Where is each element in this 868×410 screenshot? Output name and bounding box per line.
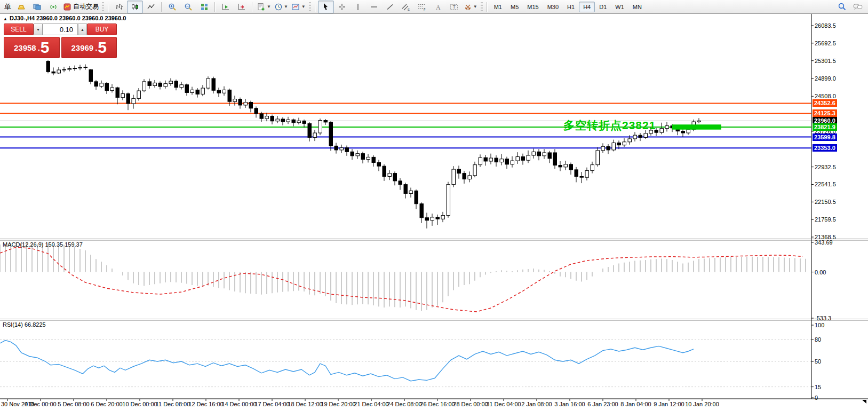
templates-button[interactable]: ▼ xyxy=(290,1,307,13)
trendline-button[interactable] xyxy=(382,1,398,13)
label-icon: T xyxy=(449,3,459,11)
chart-canvas[interactable] xyxy=(0,0,868,410)
volume-increase-button[interactable]: ▲ xyxy=(78,23,87,35)
timeframe-group: M1M5M15M30H1H4D1W1MN xyxy=(490,2,646,12)
horizontal-line-button[interactable] xyxy=(366,1,382,13)
time-tick: 10 Dec 00:00 xyxy=(122,400,157,408)
svg-text:A: A xyxy=(436,3,441,11)
arrows-button[interactable]: ▼ xyxy=(462,1,479,13)
crosshair-button[interactable] xyxy=(334,1,350,13)
timeframe-m30[interactable]: M30 xyxy=(543,2,563,12)
price-tick: 26083.5 xyxy=(815,22,836,29)
vertical-line-button[interactable] xyxy=(350,1,366,13)
buy-button[interactable]: BUY xyxy=(87,23,117,35)
templates-caret: ▼ xyxy=(301,4,306,9)
bar-chart-icon xyxy=(115,3,123,11)
price-level-label: 24125.3 xyxy=(813,109,837,117)
signal-button[interactable] xyxy=(45,1,61,13)
macd-tick: -533.3 xyxy=(815,314,831,322)
time-tick: 6 Dec 20:00 xyxy=(91,400,122,408)
price-tick: 22541.5 xyxy=(815,180,836,188)
time-tick: 14 Dec 00:00 xyxy=(221,400,256,408)
svg-text:E: E xyxy=(408,7,410,11)
macd-tick: 343.69 xyxy=(815,239,833,246)
macd-tick: 0.00 xyxy=(815,269,826,276)
tile-windows-button[interactable] xyxy=(196,1,212,13)
zoom-in-button[interactable] xyxy=(164,1,180,13)
timeframe-h4[interactable]: H4 xyxy=(579,2,595,12)
timeframe-m1[interactable]: M1 xyxy=(490,2,506,12)
buy-price[interactable]: 23969.5 xyxy=(61,37,117,58)
zoom-out-icon xyxy=(184,3,193,11)
timeframe-mn[interactable]: MN xyxy=(628,2,646,12)
channel-button[interactable]: E xyxy=(398,1,414,13)
chat-icon xyxy=(853,3,863,11)
timeframe-m5[interactable]: M5 xyxy=(506,2,523,12)
text-button[interactable]: A xyxy=(430,1,446,13)
price-level-label: 23599.8 xyxy=(813,133,837,141)
svg-text:F: F xyxy=(424,8,426,11)
indicators-button[interactable]: ▼ xyxy=(255,1,273,13)
chart-title: ▲DJ30-,H4 23960.0 23960.0 23960.0 23960.… xyxy=(3,15,126,21)
crosshair-icon xyxy=(338,3,346,11)
time-tick: 8 Jan 04:00 xyxy=(620,400,651,408)
search-button[interactable] xyxy=(834,1,850,13)
signal-icon xyxy=(49,3,58,11)
templates-icon xyxy=(291,3,300,11)
chat-button[interactable] xyxy=(850,1,866,13)
volume-input[interactable] xyxy=(43,23,78,35)
sell-price[interactable]: 23958.5 xyxy=(4,37,60,58)
price-tick: 25692.5 xyxy=(815,40,836,47)
fibonacci-icon: F xyxy=(417,3,427,11)
zoom-in-icon xyxy=(168,3,177,11)
autotrade-label: 自动交易 xyxy=(73,2,99,11)
periods-button[interactable]: ▼ xyxy=(273,1,290,13)
volume-decrease-button[interactable]: ▼ xyxy=(34,23,43,35)
images-button[interactable] xyxy=(29,1,45,13)
time-tick: 18 Dec 12:00 xyxy=(288,400,322,408)
chart-shift-button[interactable] xyxy=(234,1,250,13)
time-tick: 21 Dec 04:00 xyxy=(354,400,388,408)
label-button[interactable]: T xyxy=(446,1,462,13)
time-tick: 26 Dec 16:00 xyxy=(420,400,455,408)
one-click-trading-panel: SELL ▼ ▲ BUY 23958.5 23969.5 xyxy=(4,23,117,58)
auto-scroll-button[interactable] xyxy=(218,1,234,13)
text-icon: A xyxy=(434,3,442,11)
price-tick: 22932.5 xyxy=(815,163,836,171)
line-chart-icon xyxy=(147,3,155,11)
rsi-tick: 0 xyxy=(815,394,818,401)
tile-windows-icon xyxy=(200,3,209,11)
timeframe-m15[interactable]: M15 xyxy=(523,2,543,12)
price-level-label: 23821.9 xyxy=(813,123,837,131)
timeframe-h1[interactable]: H1 xyxy=(563,2,579,12)
price-tick: 21759.5 xyxy=(815,216,836,223)
trendline-icon xyxy=(386,3,394,11)
rsi-tick: 80 xyxy=(815,336,821,343)
sell-button[interactable]: SELL xyxy=(4,23,34,35)
time-tick: 19 Dec 20:00 xyxy=(321,400,355,408)
fibonacci-button[interactable]: F xyxy=(414,1,430,13)
svg-text:T: T xyxy=(452,4,456,10)
candlestick-chart-button[interactable] xyxy=(127,1,143,13)
bar-chart-button[interactable] xyxy=(111,1,127,13)
cursor-button[interactable] xyxy=(318,1,334,13)
collapse-arrow-icon[interactable]: ▲ xyxy=(3,17,7,21)
vertical-line-icon xyxy=(354,3,362,11)
menu-text-order[interactable]: 单 xyxy=(2,2,13,12)
autotrade-button[interactable]: 自动交易 xyxy=(61,1,100,13)
zoom-out-button[interactable] xyxy=(180,1,196,13)
time-tick: 4 Dec 00:00 xyxy=(25,400,56,408)
line-chart-button[interactable] xyxy=(143,1,159,13)
gold-bar-icon xyxy=(17,3,26,11)
search-icon xyxy=(838,2,847,11)
time-tick: 10 Jan 20:00 xyxy=(685,400,719,408)
arrows-caret: ▼ xyxy=(473,4,477,9)
time-tick: 5 Dec 08:00 xyxy=(58,400,89,408)
gold-bar-button[interactable] xyxy=(13,1,29,13)
price-tick: 25301.5 xyxy=(815,57,836,65)
chart-shift-icon xyxy=(237,3,246,11)
timeframe-d1[interactable]: D1 xyxy=(595,2,611,12)
axis-corner-marker xyxy=(862,400,866,404)
timeframe-w1[interactable]: W1 xyxy=(611,2,628,12)
main-toolbar: 单 自动交易 ▼ ▼ xyxy=(0,0,868,14)
